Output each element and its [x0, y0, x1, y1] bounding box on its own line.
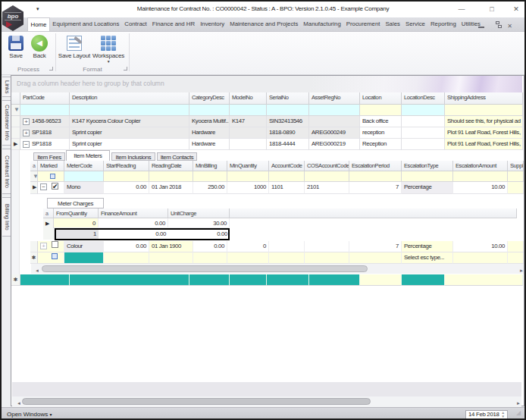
- row-expand-icon[interactable]: −: [23, 141, 30, 148]
- outer-new-row-cell-shippingaddress[interactable]: [445, 274, 523, 286]
- sub-cell-2-minbilling[interactable]: [193, 252, 227, 264]
- outer-filter-cell-categorydesc[interactable]: [189, 105, 230, 116]
- nested-column-header-fromquantity[interactable]: FromQuantity: [54, 208, 99, 218]
- sub-cell-0-supplier[interactable]: [508, 182, 524, 194]
- menu-tab-inventory[interactable]: Inventory: [198, 17, 227, 31]
- outer-column-header-modelno[interactable]: ModelNo: [230, 92, 267, 105]
- ribbon-minimize-icon[interactable]: [478, 23, 484, 28]
- outer-cell-0-assetregno[interactable]: [309, 116, 360, 127]
- ribbon-restore-icon[interactable]: [492, 21, 499, 28]
- sub-filter-cell-cosaccountcode[interactable]: [305, 171, 349, 182]
- sub-filter-cell-minquantity[interactable]: [227, 171, 269, 182]
- outer-cell-1-categorydesc[interactable]: Hardware: [189, 127, 230, 139]
- detail-scroll-left-icon[interactable]: ◄: [33, 266, 39, 272]
- sub-cell-0-escalationperiod[interactable]: 7: [349, 182, 402, 194]
- sub-column-header-readingdate[interactable]: ReadingDate: [149, 161, 193, 171]
- ribbon-close-icon[interactable]: ✕: [507, 23, 512, 30]
- outer-cell-0-shippingaddress[interactable]: Should see this, for physical ad: [445, 116, 523, 127]
- sub-column-header-cosaccountcode[interactable]: COSAccountCode: [305, 161, 349, 171]
- outer-column-header-description[interactable]: Description: [70, 92, 189, 105]
- outer-cell-0-partcode[interactable]: +1458-96523: [20, 116, 70, 127]
- nested-cell-0-unitcharge[interactable]: 30.00: [168, 218, 230, 228]
- workspaces-button[interactable]: Workspaces ▼: [89, 34, 127, 64]
- sub-column-header-minquantity[interactable]: MinQuantity: [227, 161, 269, 171]
- outer-cell-1-assetregno[interactable]: AREG000249: [309, 127, 360, 139]
- sub-column-header-startreading[interactable]: StartReading: [104, 161, 149, 171]
- menu-tab-maintenance-and-projects[interactable]: Maintenance and Projects: [227, 17, 301, 31]
- outer-cell-2-shippingaddress[interactable]: Plot 91 Leaf Road, Forest Hills,: [445, 139, 523, 150]
- sub-column-header-escalationperiod[interactable]: EscalationPeriod: [349, 161, 402, 171]
- nested-column-header-financeamount[interactable]: FinanceAmount: [99, 208, 168, 218]
- sub-filter-cell-accountcode[interactable]: [269, 171, 305, 182]
- outer-cell-2-categorydesc[interactable]: Hardware: [189, 139, 230, 150]
- meter-charges-tab[interactable]: Meter Charges: [47, 198, 104, 208]
- sub-filter-cell-readingdate[interactable]: [149, 171, 193, 182]
- nested-column-header-unitcharge[interactable]: UnitCharge: [168, 208, 230, 218]
- detail-scroll-right-icon[interactable]: ►: [517, 266, 523, 272]
- menu-tab-sales[interactable]: Sales: [383, 17, 403, 31]
- sub-cell-1-minquantity[interactable]: 0: [227, 241, 269, 252]
- sub-filter-cell-supplier[interactable]: [508, 171, 524, 182]
- menu-tab-manufacturing[interactable]: Manufacturing: [301, 17, 343, 31]
- sub-cell-1-accountcode[interactable]: [269, 241, 305, 252]
- sub-filter-cell-startreading[interactable]: [104, 171, 149, 182]
- sub-cell-0-startreading[interactable]: 0.00: [104, 182, 149, 194]
- sub-filter-cell-escalationamount[interactable]: [453, 171, 508, 182]
- back-button[interactable]: ◀ Back: [25, 34, 54, 59]
- outer-cell-0-locationdesc[interactable]: [402, 116, 445, 127]
- outer-new-row-cell-assetregno[interactable]: [309, 274, 360, 286]
- outer-filter-cell-description[interactable]: [70, 105, 189, 116]
- outer-column-header-location[interactable]: Location: [360, 92, 402, 105]
- sub-cell-2-escalationamount[interactable]: [453, 252, 508, 264]
- sub-column-header-marked[interactable]: Marked: [38, 161, 64, 171]
- sub-cell-2-startreading[interactable]: [104, 252, 149, 264]
- outer-column-header-locationdesc[interactable]: LocationDesc: [402, 92, 445, 105]
- group-by-bar[interactable]: Drag a column header here to group by th…: [11, 76, 522, 93]
- sub-filter-cell-marked[interactable]: [38, 171, 64, 182]
- format-group-launcher-icon[interactable]: [124, 67, 127, 71]
- outer-cell-2-serialno[interactable]: 1818-4444: [267, 139, 309, 150]
- outer-column-header-partcode[interactable]: PartCode: [20, 92, 70, 105]
- sub-cell-2-cosaccountcode[interactable]: [305, 252, 349, 264]
- sub-cell-2-escalationperiod[interactable]: [349, 252, 402, 264]
- sub-cell-0-accountcode[interactable]: 1101: [269, 182, 305, 194]
- outer-cell-1-locationdesc[interactable]: [402, 127, 445, 139]
- resize-grip[interactable]: ◢: [516, 409, 523, 416]
- sub-cell-1-readingdate[interactable]: 01 Jan 1900: [149, 241, 193, 252]
- outer-new-row-cell-locationdesc[interactable]: [402, 274, 445, 286]
- outer-cell-1-partcode[interactable]: +SP1818: [20, 127, 70, 139]
- marked-checkbox[interactable]: [52, 253, 58, 259]
- outer-column-header-shippingaddress[interactable]: ShippingAddress: [445, 92, 523, 105]
- detail-tab-item-meters[interactable]: Item Meters: [66, 150, 110, 161]
- marked-checkbox[interactable]: [52, 241, 58, 248]
- sub-cell-1-supplier[interactable]: [508, 241, 524, 252]
- outer-filter-cell-location[interactable]: [360, 105, 402, 116]
- sub-column-header-accountcode[interactable]: AccountCode: [269, 161, 305, 171]
- sub-cell-2-accountcode[interactable]: [269, 252, 305, 264]
- sub-filter-cell-escalationperiod[interactable]: [349, 171, 402, 182]
- detail-scrollbar-thumb[interactable]: [42, 265, 368, 272]
- sub-cell-1-startreading[interactable]: 0.00: [104, 241, 149, 252]
- row-expand-icon[interactable]: +: [23, 118, 30, 125]
- sub-column-header-minbilling[interactable]: MinBilling: [193, 161, 227, 171]
- minimize-button[interactable]: —: [456, 5, 467, 14]
- outer-cell-1-shippingaddress[interactable]: Plot 91 Leaf Road, Forest Hills,: [445, 127, 523, 139]
- detail-tab-item-contacts[interactable]: Item Contacts: [157, 152, 197, 161]
- outer-cell-0-location[interactable]: Back office: [360, 116, 402, 127]
- quick-access-caret-icon[interactable]: ▾: [36, 6, 39, 12]
- menu-tab-reporting[interactable]: Reporting: [427, 17, 459, 31]
- sub-cell-1-marked[interactable]: +: [38, 241, 64, 252]
- menu-tab-procurement[interactable]: Procurement: [343, 17, 383, 31]
- sub-row-expand-icon[interactable]: +: [40, 243, 47, 249]
- outer-column-header-assetregno[interactable]: AssetRegNo: [309, 92, 360, 105]
- sub-cell-0-escalationamount[interactable]: 10.00: [453, 182, 508, 194]
- outer-cell-1-description[interactable]: Sprint copier: [70, 127, 189, 139]
- process-group-launcher-icon[interactable]: [49, 67, 53, 71]
- outer-new-row-cell-description[interactable]: [70, 274, 189, 286]
- sub-column-header-supplier[interactable]: Supplier: [508, 161, 524, 171]
- nested-cell-0-fromquantity[interactable]: 0: [54, 218, 99, 228]
- outer-cell-1-serialno[interactable]: 1818-0890: [267, 127, 309, 139]
- sub-cell-1-escalationtype[interactable]: Percentage: [402, 241, 453, 252]
- detail-tab-item-inclusions[interactable]: Item Inclusions: [111, 152, 155, 161]
- close-button[interactable]: ✕: [511, 5, 521, 14]
